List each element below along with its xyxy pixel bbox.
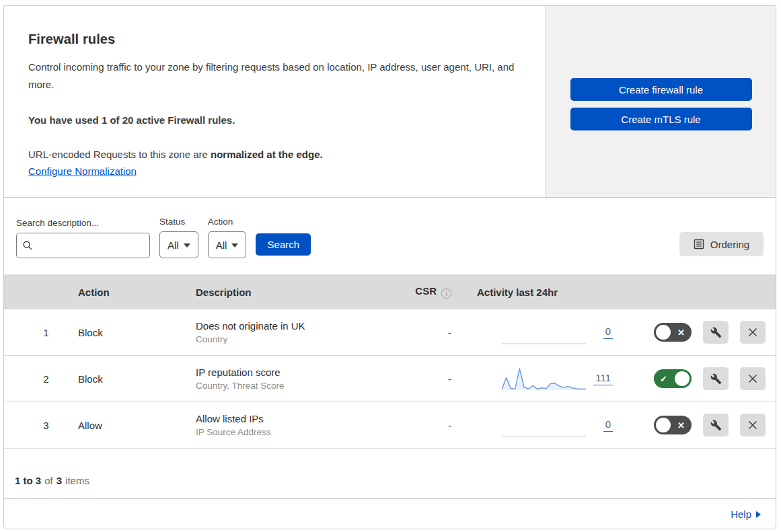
rule-csr: - xyxy=(404,327,451,338)
table-header-row: Action Description CSRi Activity last 24… xyxy=(4,274,776,309)
rule-action: Allow xyxy=(71,420,189,431)
table-row: 2 Block IP reputation score Country, Thr… xyxy=(4,356,776,402)
search-button[interactable]: Search xyxy=(256,233,311,256)
status-label: Status xyxy=(159,217,198,227)
wrench-icon xyxy=(710,420,722,431)
chevron-down-icon xyxy=(184,243,190,248)
rule-description: Does not originate in UK xyxy=(196,320,404,332)
table-row: 3 Allow Allow listed IPs IP Source Addre… xyxy=(4,402,776,449)
activity-sparkline xyxy=(502,366,586,391)
rule-controls: ✓ ✕ xyxy=(613,321,776,344)
action-filter-group: Action All xyxy=(208,217,247,258)
table-row: 1 Block Does not originate in UK Country… xyxy=(4,309,776,356)
ordering-button-label: Ordering xyxy=(710,239,749,250)
rule-enabled-toggle[interactable]: ✓ ✕ xyxy=(654,323,692,342)
rule-description: Allow listed IPs xyxy=(196,413,404,424)
activity-count-link[interactable]: 0 xyxy=(603,418,613,432)
edit-rule-button[interactable] xyxy=(703,367,729,390)
rule-activity-cell: 0 xyxy=(451,412,613,438)
csr-column-header: CSRi xyxy=(404,285,451,299)
search-input[interactable] xyxy=(37,240,144,252)
help-label: Help xyxy=(731,508,751,520)
edit-rule-button[interactable] xyxy=(703,414,729,436)
status-select[interactable]: All xyxy=(159,231,198,258)
firewall-rules-card: Firewall rules Control incoming traffic … xyxy=(3,5,776,529)
items-text: items xyxy=(65,475,89,486)
intro-panel: Firewall rules Control incoming traffic … xyxy=(4,6,546,197)
rule-fields: IP Source Address xyxy=(196,427,404,437)
status-filter-group: Status All xyxy=(159,217,198,258)
info-icon[interactable]: i xyxy=(441,289,451,299)
rule-enabled-toggle[interactable]: ✓ ✕ xyxy=(654,369,692,388)
create-mtls-rule-button[interactable]: Create mTLS rule xyxy=(570,108,752,130)
normalization-note-text: URL-encoded Requests to this zone are xyxy=(28,149,211,160)
rule-fields: Country, Threat Score xyxy=(196,381,404,391)
header-section: Firewall rules Control incoming traffic … xyxy=(4,6,776,198)
status-select-value: All xyxy=(168,239,179,251)
rule-activity-cell: 111 xyxy=(451,366,613,391)
rule-description-cell: Allow listed IPs IP Source Address xyxy=(189,413,404,437)
normalization-note-bold: normalized at the edge. xyxy=(211,149,323,160)
rule-priority: 3 xyxy=(4,420,71,431)
rule-fields: Country xyxy=(196,334,404,344)
filter-bar: Search description... Status All Action … xyxy=(4,198,776,274)
rule-description-cell: Does not originate in UK Country xyxy=(189,320,404,344)
ordering-button[interactable]: Ordering xyxy=(679,232,764,256)
list-icon xyxy=(694,239,704,250)
total-count: 3 xyxy=(57,475,62,486)
normalization-note: URL-encoded Requests to this zone are no… xyxy=(28,146,515,163)
toggle-knob xyxy=(656,325,671,340)
search-group: Search description... xyxy=(16,218,150,258)
rule-description: IP reputation score xyxy=(196,367,404,378)
csr-header-label: CSR xyxy=(415,285,437,297)
configure-normalization-link[interactable]: Configure Normalization xyxy=(28,165,137,177)
rules-table: Action Description CSRi Activity last 24… xyxy=(4,274,776,449)
range-text: 1 to 3 xyxy=(15,475,41,486)
rule-controls: ✓ ✕ xyxy=(613,414,776,436)
rule-priority: 2 xyxy=(4,373,71,385)
x-mark-icon: ✕ xyxy=(677,421,685,430)
action-select[interactable]: All xyxy=(208,231,247,258)
search-icon xyxy=(22,240,33,251)
rule-description-cell: IP reputation score Country, Threat Scor… xyxy=(189,367,404,391)
description-column-header: Description xyxy=(189,287,404,298)
check-icon: ✓ xyxy=(660,375,667,383)
edit-rule-button[interactable] xyxy=(703,321,729,344)
toggle-knob xyxy=(656,418,671,432)
toggle-knob xyxy=(675,371,690,386)
activity-count-link[interactable]: 111 xyxy=(593,372,613,385)
pagination-summary: 1 to 3 of 3 items xyxy=(4,449,776,499)
action-column-header: Action xyxy=(71,287,189,298)
search-label: Search description... xyxy=(16,218,150,228)
delete-rule-button[interactable] xyxy=(740,414,766,436)
activity-sparkline xyxy=(502,319,586,345)
close-icon xyxy=(747,373,758,384)
help-link[interactable]: Help xyxy=(731,508,761,520)
page-title: Firewall rules xyxy=(28,32,515,47)
rule-activity-cell: 0 xyxy=(451,319,613,345)
delete-rule-button[interactable] xyxy=(740,367,766,390)
help-footer: Help xyxy=(4,499,776,529)
actions-panel: Create firewall rule Create mTLS rule xyxy=(546,6,776,197)
rule-csr: - xyxy=(404,420,451,431)
wrench-icon xyxy=(710,373,722,385)
chevron-down-icon xyxy=(231,243,238,248)
action-select-value: All xyxy=(216,239,227,251)
rule-action: Block xyxy=(71,373,189,385)
close-icon xyxy=(747,420,758,430)
rule-controls: ✓ ✕ xyxy=(613,367,776,390)
rule-priority: 1 xyxy=(4,327,71,338)
create-firewall-rule-button[interactable]: Create firewall rule xyxy=(570,78,752,101)
delete-rule-button[interactable] xyxy=(740,321,766,344)
x-mark-icon: ✕ xyxy=(677,328,685,337)
close-icon xyxy=(747,327,758,338)
action-label: Action xyxy=(208,217,247,227)
rule-enabled-toggle[interactable]: ✓ ✕ xyxy=(654,416,692,434)
activity-sparkline xyxy=(502,412,586,438)
rule-csr: - xyxy=(404,373,451,385)
search-box[interactable] xyxy=(16,233,150,258)
wrench-icon xyxy=(710,327,722,338)
activity-count-link[interactable]: 0 xyxy=(603,326,613,339)
of-text: of xyxy=(44,475,53,486)
rule-action: Block xyxy=(71,327,189,338)
